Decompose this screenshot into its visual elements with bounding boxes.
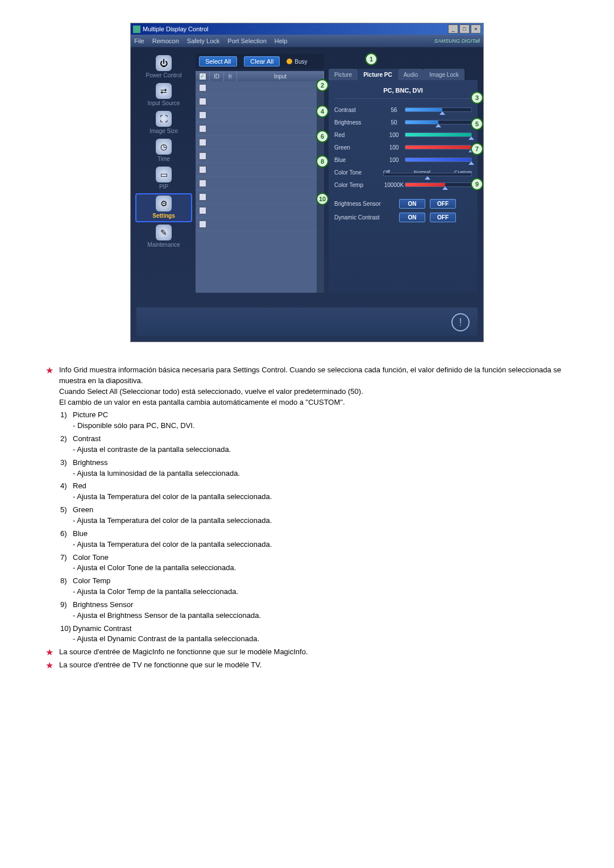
sidebar-item-maintenance[interactable]: ✎ Maintenance [136, 223, 191, 250]
contrast-slider[interactable] [405, 107, 472, 112]
menu-port-selection[interactable]: Port Selection [227, 38, 266, 44]
table-row[interactable] [196, 190, 324, 204]
tab-picture-pc[interactable]: Picture PC [358, 69, 398, 80]
busy-dot-icon [287, 59, 292, 64]
item-title: Blue [73, 529, 569, 539]
dynamic-contrast-label: Dynamic Contrast [334, 214, 395, 221]
menu-remocon[interactable]: Remocon [152, 38, 179, 44]
list-item: 3)Brightness- Ajusta la luminosidad de l… [60, 458, 569, 479]
color-temp-row: Color Temp 10000K [334, 178, 472, 191]
item-number: 6) [60, 529, 73, 550]
busy-indicator: Busy [287, 59, 307, 65]
warning-icon: ! [451, 313, 470, 331]
window-title: Multiple Display Control [143, 26, 209, 32]
blue-slider[interactable] [405, 157, 472, 162]
table-row[interactable] [196, 204, 324, 218]
row-checkbox[interactable] [199, 180, 206, 187]
item-title: Brightness Sensor [73, 600, 569, 610]
table-row[interactable] [196, 109, 324, 122]
brightness-sensor-on-button[interactable]: ON [399, 199, 425, 209]
row-checkbox[interactable] [199, 207, 206, 214]
green-slider[interactable] [405, 145, 472, 149]
red-slider[interactable] [405, 132, 472, 137]
color-tone-slider[interactable]: Off Normal Custom [383, 169, 472, 175]
settings-icon: ⚙ [156, 196, 172, 211]
brightness-slider[interactable] [405, 120, 472, 124]
color-temp-slider[interactable] [405, 182, 472, 187]
row-checkbox[interactable] [199, 125, 206, 132]
sidebar-item-pip[interactable]: ▭ PIP [136, 165, 191, 192]
brightness-sensor-off-button[interactable]: OFF [430, 199, 456, 209]
row-checkbox[interactable] [199, 193, 206, 201]
item-title: Dynamic Contrast [73, 624, 569, 634]
sidebar-item-power-control[interactable]: ⏻ Power Control [136, 54, 191, 81]
header-checkbox-cell[interactable] [196, 71, 210, 81]
row-checkbox[interactable] [199, 166, 206, 173]
table-row[interactable] [196, 163, 324, 177]
table-row[interactable] [196, 81, 324, 95]
tab-picture[interactable]: Picture [329, 69, 358, 80]
tab-image-lock[interactable]: Image Lock [424, 69, 464, 80]
item-number: 10) [60, 624, 73, 645]
list-item: 8)Color Temp- Ajusta la Color Temp de la… [60, 576, 569, 597]
item-title: Color Temp [73, 576, 569, 587]
sidebar-item-settings[interactable]: ⚙ Settings [135, 193, 192, 222]
blue-row: Blue 100 [334, 153, 472, 166]
close-button[interactable]: × [471, 24, 481, 34]
table-row[interactable] [196, 177, 324, 190]
row-checkbox[interactable] [199, 98, 206, 105]
row-checkbox[interactable] [199, 221, 206, 228]
dynamic-contrast-on-button[interactable]: ON [399, 213, 425, 222]
maximize-button[interactable]: □ [459, 24, 470, 34]
right-column: 1 2 3 4 5 6 7 8 9 10 Picture Picture PC … [329, 54, 478, 293]
sidebar-item-input-source[interactable]: ⇄ Input Source [136, 82, 191, 109]
blue-value: 100 [383, 157, 405, 163]
table-row[interactable] [196, 149, 324, 163]
dynamic-contrast-off-button[interactable]: OFF [430, 213, 456, 222]
power-icon: ⏻ [156, 55, 172, 71]
sidebar: ⏻ Power Control ⇄ Input Source ⛶ Image S… [136, 54, 191, 293]
item-number: 3) [60, 458, 73, 479]
busy-label: Busy [294, 59, 307, 65]
menu-file[interactable]: File [134, 38, 144, 44]
item-sub: - Ajusta la Color Temp de la pantalla se… [73, 587, 569, 597]
row-checkbox[interactable] [199, 111, 206, 119]
green-value: 100 [383, 144, 405, 151]
table-row[interactable] [196, 136, 324, 149]
row-checkbox[interactable] [199, 84, 206, 92]
item-title: Green [73, 505, 569, 516]
item-number: 9) [60, 600, 73, 621]
description: ★ Info Grid muestra información básica n… [45, 365, 569, 671]
info-grid: ID ⎘ Input [196, 71, 324, 293]
star-icon: ★ [45, 660, 53, 671]
item-title: Picture PC [73, 410, 569, 421]
header-input[interactable]: Input [237, 71, 324, 81]
header-id[interactable]: ID [210, 71, 224, 81]
menu-help[interactable]: Help [275, 38, 288, 44]
red-value: 100 [383, 132, 405, 138]
table-row[interactable] [196, 95, 324, 109]
sidebar-item-time[interactable]: ◷ Time [136, 138, 191, 164]
sidebar-label: Power Control [146, 72, 181, 78]
sidebar-label: PIP [159, 184, 168, 190]
clear-all-button[interactable]: Clear All [244, 56, 280, 67]
table-row[interactable] [196, 122, 324, 136]
minimize-button[interactable]: _ [448, 24, 458, 34]
row-checkbox[interactable] [199, 139, 206, 146]
green-row: Green 100 [334, 141, 472, 153]
item-title: Color Tone [73, 553, 569, 563]
note-text: Info Grid muestra información básica nec… [59, 365, 569, 387]
center-column: Select All Clear All Busy ID ⎘ Input [196, 54, 324, 293]
item-number: 7) [60, 553, 73, 574]
row-checkbox[interactable] [199, 152, 206, 160]
select-all-button[interactable]: Select All [199, 56, 237, 67]
app-window: Multiple Display Control _ □ × File Remo… [130, 23, 484, 342]
note-text: La source d'entrée de TV ne fonctionne q… [59, 660, 262, 671]
header-status-icon[interactable]: ⎘ [224, 71, 237, 81]
sidebar-item-image-size[interactable]: ⛶ Image Size [136, 110, 191, 136]
menu-safety-lock[interactable]: Safety Lock [187, 38, 219, 44]
table-row[interactable] [196, 218, 324, 231]
item-title: Contrast [73, 434, 569, 445]
tab-audio[interactable]: Audio [398, 69, 424, 80]
list-item: 4)Red- Ajusta la Temperatura del color d… [60, 481, 569, 502]
